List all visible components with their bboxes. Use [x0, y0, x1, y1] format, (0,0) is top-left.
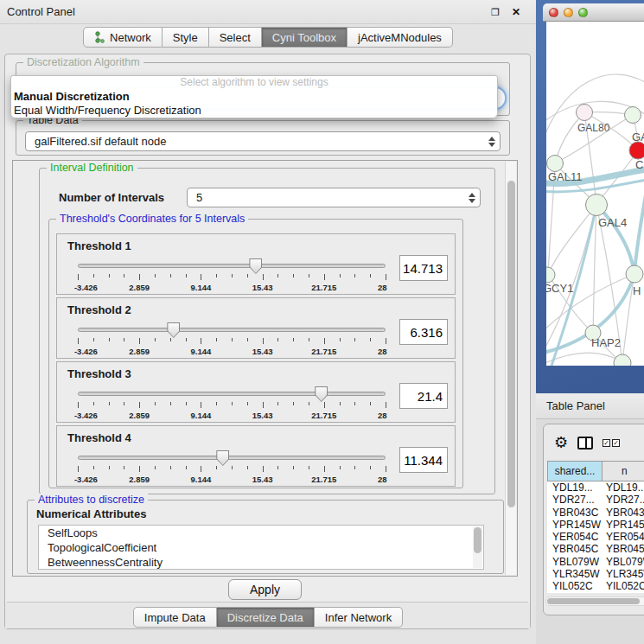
network-node[interactable]: [626, 265, 643, 283]
table-row[interactable]: YDL19...YDL19...: [547, 481, 644, 494]
table-row[interactable]: YBR045CYBR045C: [547, 543, 644, 555]
threshold-2-slider[interactable]: -3.4262.8599.14415.4321.71528: [78, 321, 386, 357]
threshold-1-slider[interactable]: -3.4262.8599.14415.4321.71528: [78, 257, 386, 293]
threshold-2-box: Threshold 2 -3.4262.8599.14415.4321.7152…: [56, 297, 456, 359]
network-window-titlebar: [543, 3, 644, 22]
slider-tick: [201, 338, 201, 344]
list-item[interactable]: SelfLoops: [39, 526, 483, 540]
tab-discretize-data[interactable]: Discretize Data: [217, 607, 315, 628]
cell-shared-name[interactable]: YBR043C: [547, 507, 603, 519]
network-canvas[interactable]: GAL80GAL11GAL4GCY1HAP2GACH: [546, 22, 644, 366]
slider-thumb[interactable]: [167, 322, 180, 338]
tab-style[interactable]: Style: [163, 27, 209, 48]
slider-tick: [324, 338, 325, 344]
slider-tick: [170, 402, 171, 405]
threshold-3-value-field[interactable]: [399, 383, 448, 409]
minimize-traffic-light-icon[interactable]: [564, 8, 573, 17]
algorithm-option-manual[interactable]: Manual Discretization: [11, 90, 497, 104]
settings-scroll-area: Interval Definition Number of Intervals …: [12, 160, 518, 577]
network-node[interactable]: [614, 354, 631, 366]
table-row[interactable]: YIL052CYIL052C: [547, 580, 644, 592]
cell-shared-name[interactable]: YIL052C: [547, 580, 603, 592]
threshold-4-value-field[interactable]: [399, 447, 448, 473]
network-node[interactable]: [625, 107, 641, 124]
table-row[interactable]: YLR345WYLR345W: [547, 568, 644, 580]
cell-name[interactable]: YPR145W: [603, 519, 644, 531]
slider-tick: [78, 466, 79, 472]
threshold-1-value-field[interactable]: [399, 255, 448, 281]
slider-tick-label: 15.43: [252, 475, 273, 484]
network-edge[interactable]: [555, 112, 584, 163]
slider-tick: [354, 466, 355, 469]
float-window-icon[interactable]: ❐: [489, 6, 501, 18]
columns-icon[interactable]: [577, 437, 593, 450]
network-node-label-partial: C: [635, 158, 643, 171]
scrollbar-thumb[interactable]: [507, 181, 515, 507]
cell-name[interactable]: YIL052C: [603, 580, 644, 592]
tab-jactivemnodules[interactable]: jActiveMNodules: [348, 27, 453, 48]
column-header-shared-name[interactable]: shared...: [547, 461, 603, 481]
slider-thumb[interactable]: [216, 450, 229, 466]
close-icon[interactable]: ✕: [510, 6, 522, 18]
cell-shared-name[interactable]: YPR145W: [547, 519, 603, 531]
slider-tick-label: 21.715: [311, 347, 336, 356]
list-scrollbar[interactable]: [473, 526, 482, 568]
numerical-attributes-list[interactable]: SelfLoops TopologicalCoefficient Between…: [38, 525, 484, 570]
network-edge[interactable]: [596, 205, 634, 274]
number-of-intervals-combobox[interactable]: 5: [187, 188, 481, 207]
table-row[interactable]: YER054CYER054C: [547, 531, 644, 543]
network-node[interactable]: [577, 105, 593, 121]
cell-shared-name[interactable]: YDR27...: [547, 494, 603, 506]
cell-name[interactable]: YBR045C: [603, 543, 644, 555]
threshold-2-value-field[interactable]: [399, 319, 448, 345]
network-node[interactable]: [546, 267, 555, 283]
network-node[interactable]: [547, 156, 564, 172]
settings-scrollbar[interactable]: [505, 162, 516, 575]
list-item[interactable]: BetweennessCentrality: [39, 555, 483, 570]
gear-icon[interactable]: ⚙: [554, 435, 568, 450]
slider-tick-label: 9.144: [191, 283, 212, 292]
slider-tick: [201, 402, 201, 408]
scrollbar-thumb[interactable]: [547, 598, 640, 604]
column-header-name[interactable]: n: [603, 461, 644, 481]
network-node-label: GAL11: [548, 170, 583, 183]
network-node[interactable]: [586, 194, 608, 216]
tab-cyni-toolbox[interactable]: Cyni Toolbox: [262, 27, 348, 48]
table-horizontal-scrollbar[interactable]: [545, 596, 644, 606]
cell-shared-name[interactable]: YBR045C: [547, 543, 603, 555]
cell-name[interactable]: YER054C: [603, 531, 644, 543]
cell-shared-name[interactable]: YER054C: [547, 531, 603, 543]
slider-tick: [109, 338, 110, 341]
cell-shared-name[interactable]: YBL079W: [547, 556, 603, 568]
cell-name[interactable]: YBR043C: [603, 507, 644, 519]
zoom-traffic-light-icon[interactable]: [578, 8, 588, 17]
cell-shared-name[interactable]: YLR345W: [547, 568, 603, 580]
cell-name[interactable]: YLR345W: [603, 568, 644, 580]
network-node[interactable]: [629, 142, 644, 159]
tab-select[interactable]: Select: [209, 27, 262, 48]
threshold-3-slider[interactable]: -3.4262.8599.14415.4321.71528: [78, 385, 386, 421]
slider-tick: [370, 402, 371, 405]
tab-network[interactable]: Network: [83, 27, 163, 48]
slider-thumb[interactable]: [315, 386, 328, 402]
table-data-combobox[interactable]: galFiltered.sif default node: [25, 131, 501, 151]
cell-shared-name[interactable]: YDL19...: [547, 481, 603, 494]
slider-thumb[interactable]: [249, 258, 262, 274]
numerical-attributes-label: Numerical Attributes: [36, 507, 146, 520]
algorithm-option-equal-width[interactable]: Equal Width/Frequency Discretization: [11, 104, 497, 118]
cell-name[interactable]: YBL079W: [603, 556, 644, 568]
table-row[interactable]: YBR043CYBR043C: [547, 507, 644, 519]
list-item[interactable]: TopologicalCoefficient: [39, 540, 483, 555]
table-row[interactable]: YPR145WYPR145W: [547, 519, 644, 531]
tab-infer-network[interactable]: Infer Network: [315, 607, 403, 628]
tab-impute-data[interactable]: Impute Data: [133, 607, 217, 628]
cell-name[interactable]: YDL19...: [603, 481, 644, 494]
select-columns-icon[interactable]: ✓ ✓: [603, 439, 620, 447]
apply-button[interactable]: Apply: [228, 579, 302, 600]
close-traffic-light-icon[interactable]: [549, 8, 558, 17]
threshold-4-slider[interactable]: -3.4262.8599.14415.4321.71528: [78, 449, 386, 485]
network-edge[interactable]: [546, 353, 622, 366]
table-row[interactable]: YDR27...YDR27...: [547, 494, 644, 506]
cell-name[interactable]: YDR27...: [603, 494, 644, 506]
table-row[interactable]: YBL079WYBL079W: [547, 556, 644, 568]
